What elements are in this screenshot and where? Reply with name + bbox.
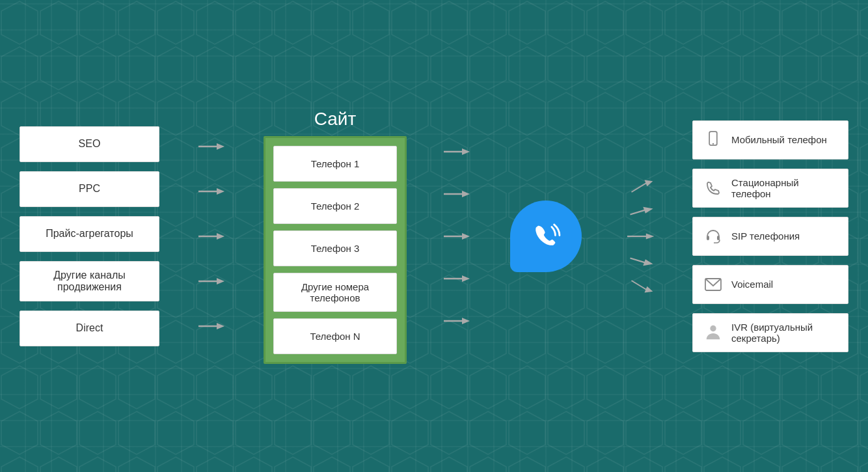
- svg-marker-9: [217, 323, 224, 329]
- arrow-to-sip: [621, 229, 657, 244]
- arrow-to-landline: [621, 204, 657, 219]
- svg-marker-11: [462, 148, 470, 155]
- svg-marker-19: [462, 318, 470, 324]
- arrow-phone2: [441, 176, 473, 212]
- source-price: Прайс-агрегаторы: [20, 216, 159, 252]
- site-column: Сайт Телефон 1 Телефон 2 Телефон 3 Други…: [264, 109, 407, 364]
- svg-rect-33: [717, 236, 720, 240]
- dest-mobile: Мобильный телефон: [692, 120, 848, 160]
- svg-marker-27: [643, 259, 653, 266]
- diagram: SEO PPC Прайс-агрегаторы Другие каналы п…: [20, 13, 848, 459]
- headset-icon: [703, 226, 724, 247]
- arrow-to-voicemail: [621, 253, 657, 269]
- landline-phone-icon: [703, 178, 724, 199]
- arrow-ppc: [195, 173, 228, 209]
- arrow-phoneN: [441, 303, 473, 339]
- person-icon: [703, 322, 724, 343]
- arrow-to-mobile: [621, 179, 657, 195]
- arrow-phone1: [441, 133, 473, 169]
- mail-icon: [703, 274, 724, 295]
- svg-marker-15: [462, 233, 470, 240]
- phone-box-n: Телефон N: [273, 318, 397, 354]
- phone-box-1: Телефон 1: [273, 146, 397, 182]
- svg-marker-3: [217, 188, 224, 195]
- svg-point-35: [710, 325, 716, 331]
- dest-landline: Стационарный телефон: [692, 169, 848, 208]
- svg-marker-5: [217, 233, 224, 240]
- dest-sip: SIP телефония: [692, 217, 848, 256]
- arrow-direct: [195, 308, 228, 344]
- dest-ivr: IVR (виртуальный секретарь): [692, 313, 848, 352]
- arrow-other-channels: [195, 263, 228, 299]
- arrow-other-phones: [441, 260, 473, 296]
- arrows-mid-to-center: [437, 133, 476, 339]
- svg-marker-7: [217, 278, 224, 285]
- svg-marker-1: [217, 143, 224, 150]
- source-other-channels: Другие каналы продвижения: [20, 261, 159, 301]
- arrows-center-to-right: [616, 179, 662, 294]
- source-ppc: PPC: [20, 171, 159, 207]
- svg-marker-23: [643, 206, 653, 213]
- svg-marker-17: [462, 275, 470, 282]
- mobile-icon: [703, 130, 724, 150]
- source-direct: Direct: [20, 311, 159, 346]
- arrow-price: [195, 218, 228, 254]
- phone-box-3: Телефон 3: [273, 230, 397, 266]
- sources-column: SEO PPC Прайс-агрегаторы Другие каналы п…: [20, 126, 159, 346]
- svg-marker-13: [462, 191, 470, 197]
- svg-marker-25: [646, 233, 655, 239]
- center-phone-icon: [507, 197, 585, 275]
- dest-voicemail: Voicemail: [692, 265, 848, 304]
- arrow-phone3: [441, 218, 473, 254]
- source-seo: SEO: [20, 126, 159, 162]
- destinations-column: Мобильный телефон Стационарный телефон: [692, 120, 848, 352]
- main-container: SEO PPC Прайс-агрегаторы Другие каналы п…: [0, 0, 868, 472]
- site-title: Сайт: [314, 109, 357, 130]
- arrow-to-ivr: [621, 278, 657, 294]
- phone-box-2: Телефон 2: [273, 188, 397, 224]
- phone-circle: [510, 201, 582, 272]
- phone-box-other: Другие номера телефонов: [273, 273, 397, 312]
- svg-rect-32: [707, 236, 709, 240]
- site-box: Телефон 1 Телефон 2 Телефон 3 Другие ном…: [264, 136, 407, 364]
- arrows-left-to-middle: [190, 128, 233, 344]
- arrow-seo: [195, 128, 228, 164]
